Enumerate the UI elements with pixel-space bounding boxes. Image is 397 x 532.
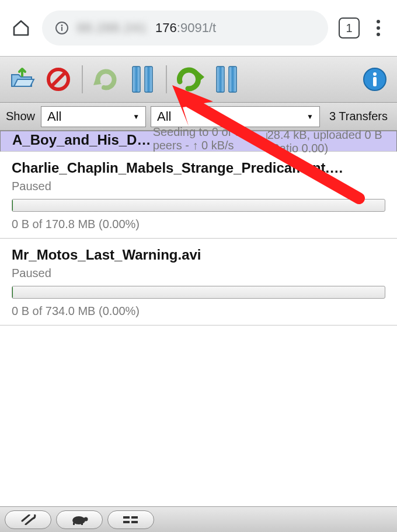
svg-rect-17 (123, 516, 130, 519)
tabs-button[interactable]: 1 (339, 18, 360, 38)
chevron-down-icon: ▼ (307, 113, 314, 121)
open-torrent-button[interactable] (6, 63, 39, 96)
state-filter-select[interactable]: All ▼ (41, 106, 146, 127)
tracker-filter-select[interactable]: All ▼ (151, 106, 320, 127)
url-bar[interactable]: 88.288.241 176:9091/t (42, 10, 328, 46)
pause-all-icon (215, 65, 238, 93)
play-arrow-icon (93, 66, 119, 92)
dot-icon (377, 20, 380, 23)
svg-rect-5 (133, 66, 140, 92)
info-icon (55, 21, 69, 35)
state-filter-value: All (47, 109, 61, 124)
torrent-status: Seeding to 0 of 0 peers - ↑ 0 kB/s (153, 125, 266, 152)
toolbar-separator (166, 65, 167, 93)
progress-bar (12, 199, 385, 212)
main-toolbar (0, 56, 397, 103)
progress-bar (266, 132, 267, 145)
torrent-title: Charlie_Chaplin_Mabels_Strange_Predicame… (12, 160, 385, 176)
browser-menu-button[interactable] (370, 18, 386, 38)
svg-point-11 (373, 72, 377, 76)
svg-rect-8 (229, 66, 236, 92)
prohibit-icon (46, 67, 71, 92)
show-label: Show (5, 110, 36, 123)
home-button[interactable] (11, 18, 32, 38)
turtle-mode-button[interactable] (56, 510, 103, 529)
play-all-icon (176, 66, 204, 92)
url-hidden: 88.288.241 (77, 20, 147, 36)
turtle-icon (69, 514, 89, 525)
toolbar-separator (82, 65, 83, 93)
dot-icon (377, 26, 380, 30)
home-icon (12, 19, 30, 37)
status-bar (0, 506, 397, 532)
compact-view-button[interactable] (107, 510, 154, 529)
tab-count: 1 (346, 22, 352, 35)
pause-button[interactable] (126, 63, 159, 96)
url-path: :9091/t (177, 20, 216, 35)
info-circle-icon (362, 66, 388, 92)
browser-chrome: 88.288.241 176:9091/t 1 (0, 0, 397, 56)
tracker-filter-value: All (157, 109, 171, 124)
chevron-down-icon: ▼ (133, 113, 140, 121)
svg-rect-19 (123, 521, 130, 523)
folder-open-icon (9, 66, 35, 92)
svg-line-4 (51, 72, 65, 86)
url-host: 176 (155, 20, 177, 35)
svg-rect-2 (61, 27, 62, 31)
torrent-row[interactable]: Charlie_Chaplin_Mabels_Strange_Predicame… (0, 152, 397, 239)
svg-rect-16 (81, 523, 83, 525)
svg-rect-20 (131, 521, 138, 523)
svg-rect-18 (131, 516, 138, 519)
transfer-count: 3 Transfers (325, 110, 392, 123)
dot-icon (377, 33, 380, 36)
start-all-button[interactable] (174, 63, 207, 96)
inspector-button[interactable] (358, 63, 391, 96)
torrent-footer: 0 B of 170.8 MB (0.00%) (12, 218, 385, 231)
progress-bar (12, 286, 385, 299)
svg-rect-15 (73, 523, 75, 525)
remove-torrent-button[interactable] (42, 63, 75, 96)
pause-all-button[interactable] (210, 63, 243, 96)
pause-icon (131, 65, 154, 93)
svg-rect-6 (145, 66, 152, 92)
svg-point-1 (61, 24, 63, 26)
compact-icon (123, 516, 138, 524)
torrent-status: Paused (12, 180, 385, 193)
torrent-title: A_Boy_and_His_Dog.avi.torrent (12, 132, 153, 148)
torrent-status: Paused (12, 267, 385, 280)
start-button[interactable] (90, 63, 123, 96)
settings-button[interactable] (5, 510, 51, 529)
torrent-title: Mr_Motos_Last_Warning.avi (12, 247, 385, 263)
torrent-footer: 28.4 kB, uploaded 0 B (Ratio 0.00) (267, 128, 385, 155)
svg-rect-12 (373, 77, 377, 86)
torrent-row[interactable]: A_Boy_and_His_Dog.avi.torrent Seeding to… (0, 131, 397, 152)
torrent-list: A_Boy_and_His_Dog.avi.torrent Seeding to… (0, 131, 397, 326)
wrench-icon (20, 514, 36, 525)
torrent-footer: 0 B of 734.0 MB (0.00%) (12, 304, 385, 318)
svg-point-14 (84, 517, 88, 521)
torrent-row[interactable]: Mr_Motos_Last_Warning.avi Paused 0 B of … (0, 239, 397, 326)
svg-rect-7 (217, 66, 224, 92)
